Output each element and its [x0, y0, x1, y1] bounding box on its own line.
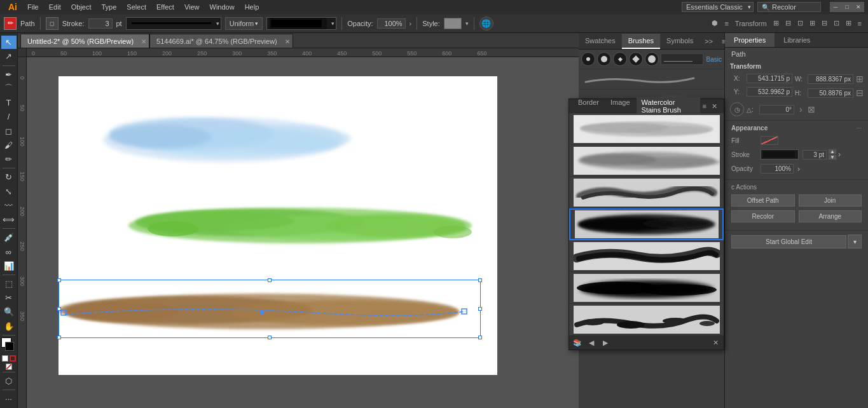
opacity-val-input[interactable]	[761, 164, 794, 173]
brush-dot-3[interactable]	[613, 52, 627, 66]
paintbrush-tool[interactable]: 🖌	[1, 139, 17, 152]
symbols-tab[interactable]: Symbols	[660, 34, 699, 49]
angle-more[interactable]: ›	[799, 104, 803, 114]
icon-group6[interactable]: ⊡	[831, 18, 842, 29]
stroke-preview-selector[interactable]: ▾	[266, 17, 336, 30]
float-brush-7[interactable]	[569, 304, 724, 336]
float-brush-scroll[interactable]	[569, 113, 724, 336]
brush-dot-2[interactable]	[597, 52, 611, 66]
watercolor-tab[interactable]: Watercolor Stains Brush	[637, 97, 700, 115]
edit-mode-btn[interactable]: ⬡	[1, 374, 17, 387]
canvas-document[interactable]	[27, 57, 579, 408]
angle-circle[interactable]: ◷	[730, 102, 744, 116]
w-input[interactable]	[808, 74, 853, 84]
global-edit-arrow[interactable]: ▾	[848, 235, 862, 248]
menu-help[interactable]: Help	[240, 2, 264, 12]
opacity-more[interactable]: ›	[410, 20, 412, 27]
warp-tool[interactable]: 〰	[1, 199, 17, 212]
menu-effect[interactable]: Effect	[152, 2, 179, 12]
brush-item-1[interactable]	[579, 69, 724, 90]
stroke-brush-preview[interactable]	[761, 149, 799, 160]
libraries-tab[interactable]: Libraries	[775, 33, 819, 47]
brush-dot-5[interactable]	[645, 52, 659, 66]
globe-icon[interactable]: 🌐	[479, 17, 493, 31]
join-btn[interactable]: Join	[799, 194, 862, 207]
menu-object[interactable]: Object	[67, 2, 96, 12]
icon-group7[interactable]: ⊞	[843, 18, 854, 29]
select-tool[interactable]: ↖	[1, 36, 17, 49]
close-button[interactable]: ✕	[853, 2, 864, 12]
fill-swatch-empty[interactable]	[761, 136, 778, 145]
tab-5144669-close[interactable]: ✕	[285, 37, 290, 44]
menu-window[interactable]: Window	[205, 2, 239, 12]
chain-link2-icon[interactable]: ⊟	[856, 88, 864, 98]
rect-tool[interactable]: ◻	[1, 124, 17, 137]
recolor-btn[interactable]: Recolor	[731, 210, 795, 222]
menu-edit[interactable]: Edit	[45, 2, 65, 12]
menu-type[interactable]: Type	[97, 2, 121, 12]
float-brush-3[interactable]	[569, 177, 724, 208]
workspace-selector[interactable]: Essentials Classic	[682, 2, 754, 12]
align-icon[interactable]: ≡	[722, 18, 731, 29]
graph-tool[interactable]: 📊	[1, 259, 17, 273]
app-icon[interactable]: Ai	[4, 1, 22, 13]
offset-path-btn[interactable]: Offset Path	[731, 194, 795, 207]
icon-group4[interactable]: ⊞	[807, 18, 818, 29]
float-brush-5[interactable]	[569, 240, 724, 272]
icon-group2[interactable]: ⊟	[783, 18, 794, 29]
blend-tool[interactable]: ∞	[1, 245, 17, 258]
brushes-tab[interactable]: Brushes	[622, 34, 660, 49]
float-prev-btn[interactable]: ◀	[586, 337, 597, 348]
float-footer-close-btn[interactable]: ✕	[710, 337, 721, 348]
float-brush-6[interactable]	[569, 272, 724, 304]
arrange-btn[interactable]: Arrange	[799, 210, 862, 222]
maximize-button[interactable]: □	[841, 2, 853, 12]
shear-icon[interactable]: ⊠	[808, 104, 815, 114]
stroke-more-btn[interactable]: ›	[838, 150, 841, 159]
menu-select[interactable]: Select	[122, 2, 151, 12]
chain-link-icon[interactable]: ⊞	[856, 74, 864, 84]
uniform-selector[interactable]: Uniform ▾	[225, 17, 263, 30]
menu-view[interactable]: View	[180, 2, 204, 12]
brush-dot-4[interactable]	[629, 52, 643, 66]
brush-dot-1[interactable]	[581, 52, 595, 66]
tab-untitled-close[interactable]: ✕	[141, 37, 146, 44]
image-tab[interactable]: Image	[605, 97, 635, 115]
opacity-more-btn[interactable]: ›	[797, 165, 800, 173]
x-input[interactable]	[747, 74, 792, 83]
icon-group8[interactable]: ≡	[855, 18, 864, 29]
float-footer-lib-btn[interactable]: 📚	[572, 337, 583, 348]
stroke-up-arrow[interactable]: ▲	[828, 149, 837, 154]
fill-stroke-swatches[interactable]	[1, 337, 17, 353]
border-tab[interactable]: Border	[573, 97, 604, 115]
stroke-width-input[interactable]	[88, 18, 113, 29]
stroke-profile-selector[interactable]: ▾	[126, 17, 221, 30]
transform-panel-icon[interactable]: Transform	[733, 18, 769, 29]
y-input[interactable]	[747, 87, 792, 97]
float-brush-2[interactable]	[569, 145, 724, 177]
angle-input[interactable]	[759, 105, 794, 114]
icon-group5[interactable]: ⊟	[819, 18, 830, 29]
menu-file[interactable]: File	[23, 2, 43, 12]
more-tools-btn[interactable]: ···	[1, 392, 17, 405]
stroke-width-val[interactable]	[803, 150, 827, 160]
artboard-tool[interactable]: ⬚	[1, 277, 17, 290]
search-box[interactable]: 🔍 Recolor	[757, 2, 821, 12]
minimize-button[interactable]: ─	[830, 2, 841, 12]
properties-tab[interactable]: Properties	[725, 33, 775, 47]
float-next-btn[interactable]: ▶	[600, 337, 611, 348]
float-panel-close-btn[interactable]: ✕	[709, 101, 720, 112]
hand-tool[interactable]: ✋	[1, 320, 17, 333]
float-panel-menu-btn[interactable]: ≡	[700, 101, 709, 111]
eyedropper-tool[interactable]: 💉	[1, 231, 17, 244]
swatches-tab[interactable]: Swatches	[579, 34, 622, 49]
panel-more-btn[interactable]: >>	[699, 36, 718, 47]
pencil-tool[interactable]: ✏	[1, 153, 17, 166]
stroke-down-arrow[interactable]: ▼	[828, 154, 837, 160]
float-brush-4-selected[interactable]	[569, 208, 724, 240]
type-tool[interactable]: T	[1, 96, 17, 109]
pen-tool[interactable]: ✒	[1, 67, 17, 81]
style-swatch[interactable]	[444, 18, 462, 29]
zoom-tool[interactable]: 🔍	[1, 305, 17, 318]
tab-5144669[interactable]: 5144669.ai* @ 64.75% (RGB/Preview) ✕	[149, 34, 293, 48]
